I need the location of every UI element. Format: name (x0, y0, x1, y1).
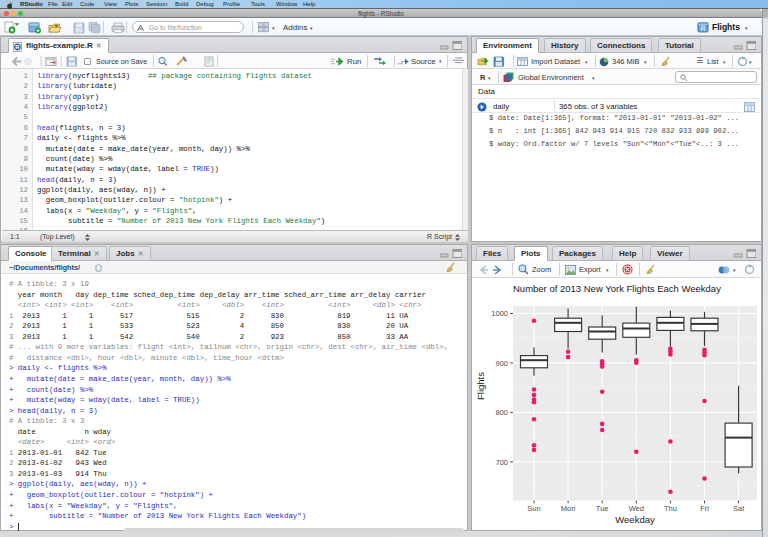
svg-text:Fri: Fri (700, 504, 709, 513)
svg-text:Weekday: Weekday (615, 514, 655, 525)
svg-text:Wed: Wed (629, 504, 644, 513)
svg-text:1000: 1000 (491, 309, 508, 318)
svg-text:R: R (700, 25, 705, 32)
svg-text:Thu: Thu (664, 504, 677, 513)
svg-text:Tue: Tue (596, 504, 609, 513)
svg-text:800: 800 (495, 408, 508, 417)
svg-text:Sat: Sat (733, 504, 745, 513)
svg-text:900: 900 (495, 358, 508, 367)
svg-text:Mon: Mon (561, 504, 576, 513)
svg-text:Flights: Flights (475, 371, 486, 399)
svg-text:Sun: Sun (527, 504, 540, 513)
svg-text:R: R (15, 44, 20, 50)
svg-text:700: 700 (495, 457, 508, 466)
svg-text:Number of 2013 New York Flight: Number of 2013 New York Flights Each Wee… (513, 283, 721, 294)
